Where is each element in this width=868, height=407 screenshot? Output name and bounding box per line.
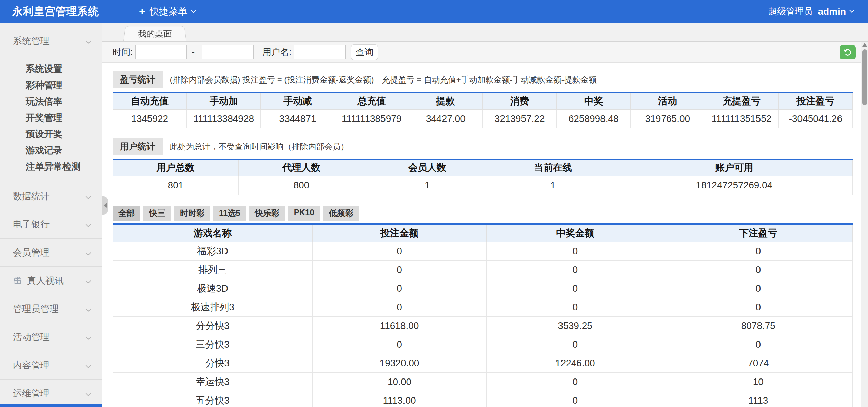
sidebar-item-activity-management[interactable]: 活动管理 [0, 323, 102, 351]
sidebar-item-e-banking[interactable]: 电子银行 [0, 210, 102, 239]
game-category-tabs: 全部 快三 时时彩 11选5 快乐彩 PK10 低频彩 [113, 206, 853, 221]
table-row: 极速3D000 [113, 279, 853, 298]
game-cell: 0 [486, 335, 664, 354]
sidebar-item-preset-draw[interactable]: 预设开奖 [0, 126, 102, 142]
username-field-label: 用户名: [262, 46, 291, 58]
user-table-header-row: 用户总数代理人数会员人数当前在线账户可用 [113, 159, 853, 176]
sidebar-item-member-management[interactable]: 会员管理 [0, 239, 102, 267]
game-cell: 11618.00 [313, 316, 487, 335]
sidebar-group-label: 数据统计 [13, 190, 50, 202]
chevron-down-icon [86, 39, 91, 44]
sidebar-collapse-handle[interactable] [102, 196, 108, 215]
time-to-input[interactable] [202, 45, 254, 59]
user-table: 用户总数代理人数会员人数当前在线账户可用 8018001118124725726… [113, 159, 853, 195]
stat-value-cell: 111113384928 [187, 109, 261, 128]
game-cell: 五分快3 [113, 391, 313, 407]
sidebar-footer-bar [0, 404, 102, 407]
profit-table: 自动充值手动加手动减总充值提款消费中奖活动充提盈亏投注盈亏 1345922111… [113, 92, 853, 128]
sidebar-item-ops-management[interactable]: 运维管理 [0, 380, 102, 407]
tab-kuailecai[interactable]: 快乐彩 [249, 206, 285, 221]
scrollbar-thumb[interactable] [862, 49, 867, 105]
sidebar-group-label: 管理员管理 [13, 303, 59, 315]
column-header: 会员人数 [364, 159, 490, 176]
game-cell: 极速3D [113, 279, 313, 298]
refresh-button[interactable] [840, 45, 856, 59]
game-cell: 0 [664, 260, 852, 279]
stat-value-cell: 6258998.48 [557, 109, 631, 128]
app-title: 永利皇宫管理系统 [12, 4, 99, 19]
collapse-arrow-icon [104, 203, 107, 208]
user-table-value-row: 80180011181247257269.04 [113, 176, 853, 195]
tab-dipincai[interactable]: 低频彩 [323, 206, 359, 221]
sidebar-group-label: 内容管理 [13, 359, 50, 371]
column-header: 自动充值 [113, 92, 187, 109]
range-separator: - [192, 47, 195, 57]
game-cell: 0 [486, 372, 664, 391]
game-cell: 排列三 [113, 260, 313, 279]
stat-value-cell: 801 [113, 176, 239, 195]
profit-section-header: 盈亏统计 (排除内部会员数据) 投注盈亏 = (投注消费金额-返奖金额) 充提盈… [113, 71, 853, 88]
sidebar-item-system-settings[interactable]: 系统设置 [0, 61, 102, 77]
column-header: 活动 [631, 92, 705, 109]
sidebar-item-admin-management[interactable]: 管理员管理 [0, 295, 102, 323]
column-header: 总充值 [335, 92, 409, 109]
sidebar-item-data-statistics[interactable]: 数据统计 [0, 182, 102, 210]
sidebar-group-label: 电子银行 [13, 218, 50, 230]
chevron-down-icon [86, 194, 91, 199]
search-button[interactable]: 查询 [351, 44, 378, 60]
sidebar-submenu-system: 系统设置 彩种管理 玩法倍率 开奖管理 预设开奖 游戏记录 注单异常检测 [0, 55, 102, 182]
username-input[interactable] [294, 45, 346, 59]
tab-my-desktop[interactable]: 我的桌面 [123, 26, 186, 41]
stat-value-cell: 34427.00 [409, 109, 482, 128]
game-cell: 0 [486, 279, 664, 298]
table-row: 福彩3D000 [113, 242, 853, 260]
sidebar-item-live-video[interactable]: 真人视讯 [0, 267, 102, 295]
tab-kuaisan[interactable]: 快三 [143, 206, 171, 221]
game-cell: 0 [486, 242, 664, 260]
profit-badge: 盈亏统计 [113, 71, 163, 88]
sidebar-group-label: 活动管理 [13, 331, 50, 343]
tab-pk10[interactable]: PK10 [288, 206, 320, 221]
table-row: 三分快3000 [113, 335, 853, 354]
profit-note: (排除内部会员数据) 投注盈亏 = (投注消费金额-返奖金额) 充提盈亏 = 自… [170, 75, 596, 84]
column-header: 手动减 [261, 92, 335, 109]
scroll-up-icon[interactable] [862, 43, 867, 47]
game-cell: 极速排列3 [113, 298, 313, 316]
column-header: 游戏名称 [113, 224, 313, 242]
sidebar-item-lottery-management[interactable]: 彩种管理 [0, 77, 102, 93]
tab-11xuan5[interactable]: 11选5 [213, 206, 246, 221]
sidebar-item-game-records[interactable]: 游戏记录 [0, 142, 102, 159]
sidebar-item-draw-management[interactable]: 开奖管理 [0, 110, 102, 126]
quick-menu-button[interactable]: + 快捷菜单 [139, 5, 195, 18]
main-area: 我的桌面 时间: - 用户名: 查询 盈亏统计 (排除内部会员数据) 投注盈亏 … [102, 23, 868, 407]
stat-value-cell: 1345922 [113, 109, 187, 128]
time-label: 时间: [113, 46, 133, 58]
time-from-input[interactable] [135, 45, 187, 59]
sidebar-item-system-management[interactable]: 系统管理 [0, 27, 102, 55]
profit-table-header-row: 自动充值手动加手动减总充值提款消费中奖活动充提盈亏投注盈亏 [113, 92, 853, 109]
game-cell: 0 [486, 260, 664, 279]
user-badge: 用户统计 [113, 138, 163, 155]
user-role-label: 超级管理员 [769, 5, 813, 17]
stat-value-cell: 1 [364, 176, 490, 195]
game-cell: 0 [664, 279, 852, 298]
sidebar-group-label: 运维管理 [13, 387, 50, 400]
game-cell: 0 [664, 335, 852, 354]
column-header: 手动加 [187, 92, 261, 109]
table-row: 极速排列3000 [113, 298, 853, 316]
game-cell: 0 [486, 391, 664, 407]
game-cell: 12246.00 [486, 354, 664, 372]
column-header: 提款 [409, 92, 482, 109]
sidebar-item-content-management[interactable]: 内容管理 [0, 351, 102, 380]
sidebar-item-play-odds[interactable]: 玩法倍率 [0, 93, 102, 110]
game-cell: 0 [313, 335, 487, 354]
tab-all[interactable]: 全部 [113, 206, 140, 221]
column-header: 账户可用 [616, 159, 852, 176]
game-cell: 幸运快3 [113, 372, 313, 391]
stat-value-cell: -3045041.26 [778, 109, 852, 128]
user-menu[interactable]: 超级管理员 admin [769, 5, 854, 17]
sidebar-item-abnormal-bet-detection[interactable]: 注单异常检测 [0, 159, 102, 175]
sidebar: 系统管理 系统设置 彩种管理 玩法倍率 开奖管理 预设开奖 游戏记录 注单异常检… [0, 23, 102, 407]
column-header: 投注盈亏 [778, 92, 852, 109]
tab-shishicai[interactable]: 时时彩 [174, 206, 210, 221]
